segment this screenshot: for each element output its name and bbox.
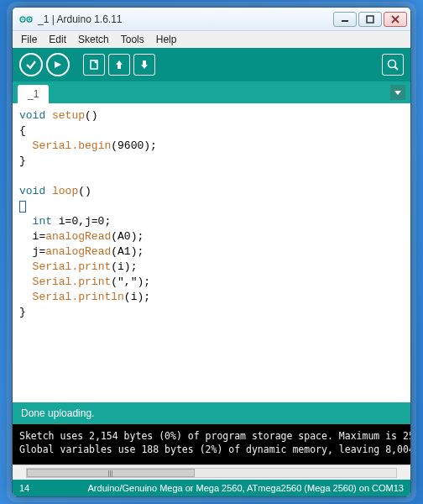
toolbar	[13, 48, 410, 81]
code-token: }	[19, 155, 26, 167]
code-token: analogRead	[45, 230, 111, 243]
serial-monitor-button[interactable]	[382, 54, 404, 76]
minimize-button[interactable]	[333, 12, 357, 27]
code-token: {	[19, 124, 26, 137]
menu-tools[interactable]: Tools	[116, 32, 149, 47]
code-token: analogRead	[45, 245, 111, 258]
svg-rect-6	[367, 16, 373, 23]
code-token: loop	[45, 185, 78, 197]
tab-menu-button[interactable]	[390, 85, 405, 100]
svg-line-14	[394, 66, 398, 70]
svg-marker-11	[116, 60, 123, 69]
maximize-button[interactable]	[358, 12, 382, 27]
svg-marker-15	[394, 91, 401, 95]
code-token: (",");	[111, 276, 150, 288]
menubar: File Edit Sketch Tools Help	[13, 31, 410, 48]
svg-marker-9	[55, 61, 61, 68]
code-token: void	[19, 109, 45, 122]
scroll-track[interactable]	[26, 468, 397, 478]
new-sketch-button[interactable]	[83, 54, 105, 76]
code-token: int	[19, 215, 52, 228]
status-bar: Done uploading.	[13, 402, 410, 424]
verify-button[interactable]	[19, 53, 43, 76]
window-title: _1 | Arduino 1.6.11	[38, 13, 333, 25]
code-token: (A0);	[111, 230, 144, 243]
upload-button[interactable]	[46, 53, 70, 76]
code-token: Serial	[19, 276, 71, 288]
code-editor[interactable]: void setup() { Serial.begin(9600); } voi…	[13, 103, 410, 402]
console-line: Sketch uses 2,154 bytes (0%) of program …	[19, 430, 410, 442]
text-cursor	[19, 201, 26, 213]
code-token: ()	[78, 185, 91, 197]
line-number: 14	[19, 483, 29, 493]
titlebar[interactable]: _1 | Arduino 1.6.11	[13, 8, 410, 31]
code-token: Serial	[19, 291, 71, 303]
code-token: Serial	[19, 260, 71, 273]
code-token: .print	[71, 276, 111, 288]
svg-marker-12	[141, 60, 148, 69]
close-button[interactable]	[384, 12, 407, 27]
board-info: Arduino/Genuino Mega or Mega 2560, ATmeg…	[88, 483, 404, 493]
arduino-logo-icon	[19, 13, 33, 26]
code-token: }	[19, 306, 26, 318]
code-token: Serial	[19, 139, 71, 152]
code-token: i=0,j=0;	[52, 215, 111, 228]
status-text: Done uploading.	[21, 407, 94, 419]
menu-file[interactable]: File	[16, 32, 42, 47]
open-sketch-button[interactable]	[108, 54, 130, 76]
code-token: i=	[19, 230, 45, 243]
code-token: setup	[45, 109, 85, 122]
code-token: void	[19, 185, 45, 197]
code-token: j=	[19, 245, 45, 258]
horizontal-scrollbar[interactable]	[13, 465, 410, 480]
menu-sketch[interactable]: Sketch	[73, 32, 114, 47]
menu-help[interactable]: Help	[151, 32, 182, 47]
code-token: .print	[71, 260, 111, 273]
code-token: .begin	[71, 139, 111, 152]
code-token: (i);	[111, 260, 137, 273]
menu-edit[interactable]: Edit	[44, 32, 71, 47]
console-line: Global variables use 188 bytes (2%) of d…	[19, 444, 410, 455]
footer-bar: 14 Arduino/Genuino Mega or Mega 2560, AT…	[13, 480, 410, 496]
window-controls	[333, 12, 407, 27]
console-output[interactable]: Sketch uses 2,154 bytes (0%) of program …	[13, 424, 410, 465]
code-token: .println	[71, 291, 123, 303]
scroll-thumb[interactable]	[27, 469, 195, 477]
code-token: ()	[85, 109, 98, 122]
tabbar: _1	[13, 81, 410, 103]
code-token: (A1);	[111, 245, 144, 258]
code-token: (i);	[124, 291, 150, 303]
save-sketch-button[interactable]	[133, 54, 155, 76]
app-window: _1 | Arduino 1.6.11 File Edit Sketch Too…	[12, 7, 411, 497]
sketch-tab[interactable]: _1	[18, 85, 49, 103]
code-token: (9600);	[111, 139, 157, 152]
